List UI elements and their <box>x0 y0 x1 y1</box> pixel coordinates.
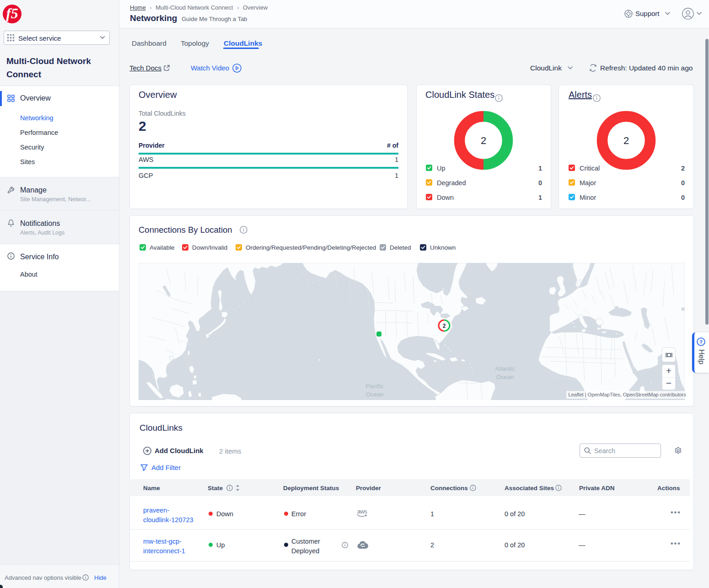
svg-text:Pacific: Pacific <box>366 383 384 390</box>
svg-text:2: 2 <box>443 323 446 329</box>
svg-text:Ocean: Ocean <box>366 391 383 398</box>
svg-text:f5: f5 <box>6 5 18 21</box>
svg-text:Atlantic: Atlantic <box>495 365 515 372</box>
svg-text:aws: aws <box>357 508 367 515</box>
svg-text:Ocean: Ocean <box>496 374 514 380</box>
svg-text:2: 2 <box>481 135 486 146</box>
svg-text:2: 2 <box>623 135 629 146</box>
svg-text:?: ? <box>699 339 703 345</box>
